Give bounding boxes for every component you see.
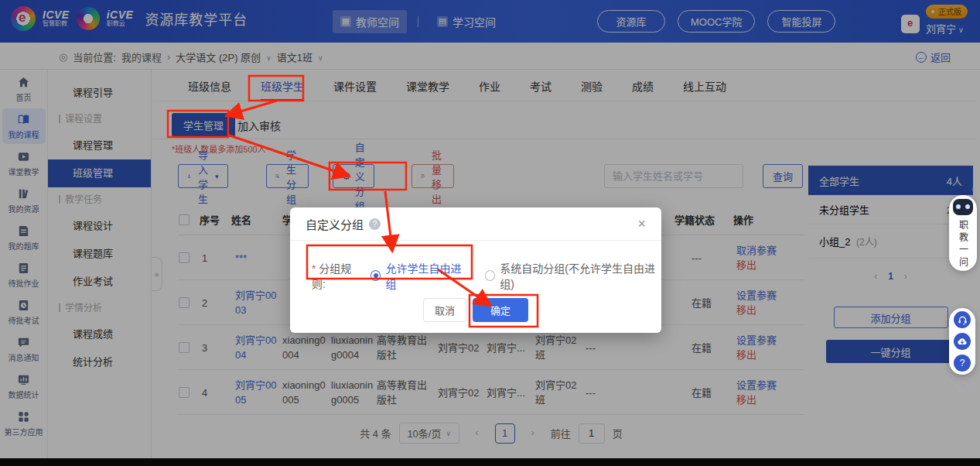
collapse-tools-icon[interactable] xyxy=(957,381,968,392)
assistant-label: 职教一问 xyxy=(957,220,970,269)
modal-header: 自定义分组 ? × xyxy=(290,207,661,241)
radio-checked-icon xyxy=(370,270,381,281)
custom-group-modal: 自定义分组 ? × 分组规则: 允许学生自由进组 系统自动分组(不允许学生自由进… xyxy=(290,207,661,333)
cancel-button[interactable]: 取消 xyxy=(423,298,466,322)
group-rule-label: 分组规则: xyxy=(312,260,363,291)
customer-service-icon[interactable] xyxy=(954,311,971,328)
radio-unchecked-icon xyxy=(485,270,495,281)
robot-icon xyxy=(953,199,973,215)
modal-title: 自定义分组 xyxy=(306,216,364,232)
help-icon[interactable]: ? xyxy=(954,355,971,372)
cloud-download-icon[interactable] xyxy=(954,333,971,350)
confirm-button[interactable]: 确定 xyxy=(473,298,528,322)
radio-auto-group[interactable]: 系统自动分组(不允许学生自由进组) xyxy=(485,260,661,291)
app-root: ICVE 智慧职教 iCVE 职教云 资源库教学平台 ▦ 教师空间 ▤ 学习空间… xyxy=(0,0,980,466)
floating-tools: ? xyxy=(949,308,975,375)
radio-free-join[interactable]: 允许学生自由进组 xyxy=(370,260,468,291)
modal-body: 分组规则: 允许学生自由进组 系统自动分组(不允许学生自由进组) xyxy=(290,241,661,291)
help-question-icon[interactable]: ? xyxy=(369,218,381,230)
close-icon[interactable]: × xyxy=(637,217,646,231)
assistant-widget[interactable]: 职教一问 xyxy=(949,195,977,271)
modal-footer: 取消 确定 xyxy=(290,298,661,322)
